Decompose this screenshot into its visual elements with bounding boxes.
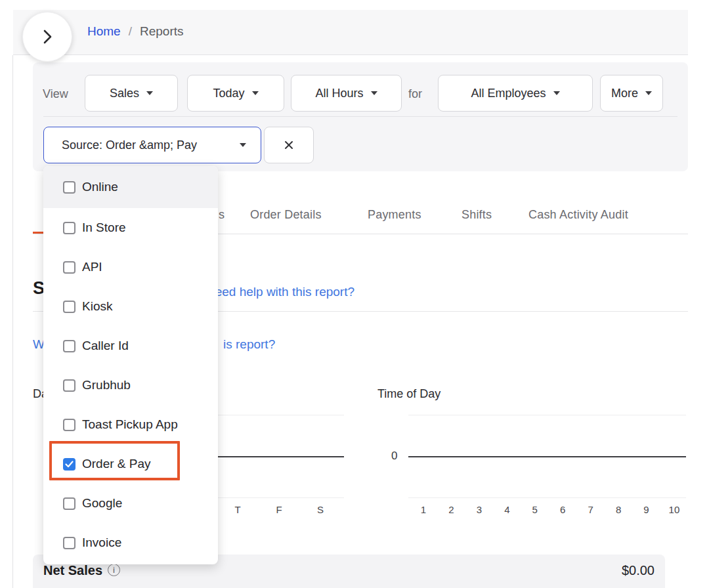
source-filter-chip[interactable]: Source: Order &amp; Pay [43,127,261,163]
hours-dropdown[interactable]: All Hours [291,75,402,112]
source-option-online[interactable]: Online [43,166,218,208]
x-tick: T [230,504,246,515]
breadcrumb-home-link[interactable]: Home [87,24,121,39]
source-option-label: Grubhub [82,378,131,392]
source-option-order-and-pay[interactable]: Order & Pay [43,444,218,484]
x-tick: S [312,504,328,515]
date-range-dropdown[interactable]: Today [187,75,284,112]
help-link[interactable]: Need help with this report? [206,285,354,299]
x-tick: 9 [639,504,655,515]
source-option-label: Google [82,496,122,511]
source-dropdown-menu: Online In Store API Kiosk Caller Id Grub… [43,166,218,564]
x-tick: F [271,504,287,515]
checkbox-unchecked-icon[interactable] [63,379,75,392]
source-option-api[interactable]: API [43,247,218,287]
chevron-down-icon [553,91,560,95]
clear-source-filter-button[interactable] [264,127,314,163]
source-option-toast-pickup-app[interactable]: Toast Pickup App [43,405,218,444]
source-option-grubhub[interactable]: Grubhub [43,366,218,405]
x-tick: 3 [471,504,487,515]
employees-dropdown[interactable]: All Employees [438,75,593,112]
tab-payments[interactable]: Payments [368,208,421,222]
chevron-down-icon [645,91,652,95]
close-icon [283,139,295,151]
time-of-day-bottom-gridline [408,497,686,498]
chevron-down-icon [371,91,377,95]
page: Home / Reports View Sales Today All Hour… [0,0,709,588]
net-sales-value: $0.00 [622,563,655,578]
tab-shifts[interactable]: Shifts [462,208,492,222]
report-type-dropdown-label: Sales [110,87,139,100]
time-of-day-zero-label: 0 [391,450,397,463]
x-tick: 4 [499,504,515,515]
x-tick: 5 [527,504,543,515]
source-option-label: Toast Pickup App [82,417,178,432]
breadcrumb-current: Reports [140,24,184,39]
x-tick: 1 [416,504,431,515]
x-tick: 7 [583,504,599,515]
checkbox-unchecked-icon[interactable] [63,537,75,549]
net-sales-label: Net Sales [43,563,102,578]
checkbox-unchecked-icon[interactable] [63,261,75,274]
source-option-label: Online [82,180,118,194]
chevron-down-icon [252,91,259,95]
expand-sidebar-button[interactable] [22,12,72,62]
chevron-down-icon [146,91,153,95]
source-option-label: Caller Id [82,339,129,353]
breadcrumb-separator: / [129,24,132,39]
checkbox-unchecked-icon[interactable] [63,340,75,352]
source-option-invoice[interactable]: Invoice [43,523,218,562]
whats-new-link-end[interactable]: is report? [223,337,275,352]
checkbox-unchecked-icon[interactable] [63,222,75,234]
chevron-right-icon [40,28,54,46]
tab-partially-hidden[interactable]: s [219,208,225,222]
source-option-label: Invoice [82,536,121,550]
time-of-day-chart-title: Time of Day [377,387,440,401]
tab-order-details[interactable]: Order Details [250,208,322,222]
info-icon[interactable]: i [108,564,120,576]
tab-cash-activity-audit[interactable]: Cash Activity Audit [528,208,628,222]
x-tick: 8 [611,504,626,515]
report-type-dropdown[interactable]: Sales [85,75,178,112]
source-filter-chip-label: Source: Order &amp; Pay [62,138,197,152]
source-option-label: Kiosk [82,299,112,314]
checkbox-unchecked-icon[interactable] [63,497,75,510]
source-option-label: In Store [82,220,126,235]
filter-rows-divider [43,116,677,117]
checkbox-unchecked-icon[interactable] [63,419,75,431]
checkbox-checked-icon[interactable] [63,458,75,471]
x-tick: 6 [555,504,570,515]
x-tick: 2 [443,504,459,515]
checkmark-icon [65,461,74,468]
time-of-day-top-gridline [408,415,686,415]
source-option-in-store[interactable]: In Store [43,208,218,247]
more-filters-dropdown-label: More [611,87,638,100]
checkbox-unchecked-icon[interactable] [63,181,75,194]
source-option-kiosk[interactable]: Kiosk [43,287,218,326]
time-of-day-zero-line [408,456,686,457]
breadcrumb: Home / Reports [87,24,184,39]
source-option-google[interactable]: Google [43,484,218,523]
for-label: for [408,87,422,101]
more-filters-dropdown[interactable]: More [600,75,663,112]
view-label: View [43,87,68,101]
source-option-label: API [82,260,102,274]
checkbox-unchecked-icon[interactable] [63,301,75,313]
x-tick: 10 [666,504,682,515]
date-range-dropdown-label: Today [213,87,244,100]
source-option-caller-id[interactable]: Caller Id [43,326,218,366]
content-left-border [12,55,13,588]
hours-dropdown-label: All Hours [315,87,363,100]
time-of-day-x-axis: 1 2 3 4 5 6 7 8 9 10 [416,504,682,515]
employees-dropdown-label: All Employees [471,87,546,100]
chevron-down-icon [240,143,246,147]
source-option-label: Order & Pay [82,457,151,471]
